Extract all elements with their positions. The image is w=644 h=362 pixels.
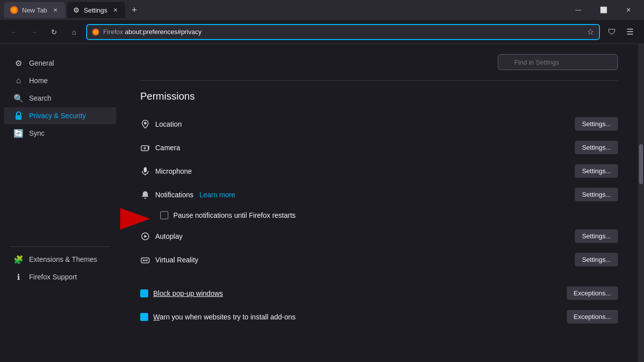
- extensions-icon: 🧩: [14, 255, 23, 264]
- permission-row-vr: Virtual Reality Settings...: [140, 248, 618, 271]
- sidebar-item-home-label: Home: [29, 77, 48, 85]
- privacy-icon: [14, 111, 23, 120]
- find-container: 🔍: [498, 54, 618, 70]
- firefox-icon: [92, 29, 99, 36]
- general-icon: ⚙: [14, 59, 23, 68]
- permissions-title: Permissions: [140, 91, 618, 102]
- minimize-button[interactable]: —: [567, 2, 590, 18]
- tab-settings[interactable]: ⚙ Settings ✕: [67, 2, 125, 18]
- svg-rect-5: [144, 167, 147, 172]
- notifications-settings-button[interactable]: Settings...: [575, 188, 618, 201]
- sidebar-item-privacy[interactable]: Privacy & Security: [4, 107, 116, 124]
- bookmark-star-icon[interactable]: ☆: [587, 27, 594, 37]
- toolbar: ← → ↻ ⌂ Firefox about:preferences#privac…: [0, 20, 644, 44]
- pause-notifications-row: Pause notifications until Firefox restar…: [140, 206, 618, 224]
- sidebar-item-extensions-label: Extensions & Themes: [29, 255, 97, 263]
- find-settings-input[interactable]: [498, 54, 618, 70]
- warn-addons-text: arn you when websites try to install add…: [160, 313, 296, 321]
- toolbar-right-buttons: 🛡 ☰: [604, 24, 638, 40]
- block-popups-checkbox[interactable]: [140, 289, 148, 297]
- svg-point-1: [144, 122, 147, 124]
- notifications-learn-more-link[interactable]: Learn more: [199, 191, 235, 199]
- location-icon: [140, 119, 150, 129]
- find-bar: 🔍: [140, 54, 618, 70]
- sidebar-item-sync[interactable]: 🔄 Sync: [4, 125, 116, 142]
- tab-new-tab[interactable]: New Tab ✕: [4, 2, 65, 18]
- autoplay-settings-button[interactable]: Settings...: [575, 229, 618, 243]
- menu-button[interactable]: ☰: [622, 24, 638, 40]
- address-protocol: Firefox: [103, 28, 123, 36]
- vr-icon: [140, 255, 150, 265]
- block-popups-row: Block pop-up windows Exceptions...: [140, 281, 618, 305]
- vr-settings-button[interactable]: Settings...: [575, 253, 618, 266]
- notifications-icon: [140, 190, 150, 200]
- pause-notifications-label[interactable]: Pause notifications until Firefox restar…: [173, 211, 295, 219]
- sidebar-divider: [10, 246, 110, 247]
- microphone-settings-button[interactable]: Settings...: [575, 164, 618, 178]
- address-text: Firefox about:preferences#privacy: [103, 28, 583, 36]
- sidebar: ⚙ General ⌂ Home 🔍 Search Privacy & Secu…: [0, 44, 120, 362]
- scrollbar-track: [638, 44, 644, 362]
- camera-settings-button[interactable]: Settings...: [575, 141, 618, 154]
- autoplay-icon: [140, 231, 150, 241]
- warn-addons-checkbox[interactable]: [140, 313, 148, 321]
- location-label: Location: [155, 120, 570, 128]
- back-button[interactable]: ←: [6, 24, 22, 40]
- pause-notifications-checkbox[interactable]: [160, 211, 168, 219]
- permission-row-notifications: Notifications Learn more Settings...: [140, 183, 618, 206]
- sidebar-item-search[interactable]: 🔍 Search: [4, 90, 116, 107]
- search-icon: 🔍: [14, 94, 23, 103]
- home-button[interactable]: ⌂: [66, 24, 82, 40]
- window-controls: — ⬜ ✕: [567, 2, 640, 18]
- forward-button[interactable]: →: [26, 24, 42, 40]
- permission-row-camera: Camera Settings...: [140, 136, 618, 159]
- shield-icon[interactable]: 🛡: [604, 24, 620, 40]
- autoplay-label: Autoplay: [155, 232, 570, 240]
- sidebar-item-support-label: Firefox Support: [29, 273, 77, 281]
- camera-icon: [140, 143, 150, 153]
- sidebar-item-support[interactable]: ℹ Firefox Support: [4, 268, 116, 285]
- microphone-icon: [140, 166, 150, 176]
- permission-row-location: Location Settings...: [140, 112, 618, 136]
- block-popups-exceptions-button[interactable]: Exceptions...: [567, 286, 618, 300]
- camera-label: Camera: [155, 144, 570, 152]
- vr-label: Virtual Reality: [155, 256, 570, 264]
- maximize-button[interactable]: ⬜: [592, 2, 615, 18]
- location-settings-button[interactable]: Settings...: [575, 117, 618, 131]
- warn-addons-exceptions-button[interactable]: Exceptions...: [567, 310, 618, 323]
- sync-icon: 🔄: [14, 129, 23, 138]
- warn-addons-label[interactable]: Warn you when websites try to install ad…: [153, 313, 562, 321]
- svg-point-4: [144, 147, 146, 149]
- firefox-logo-icon: [10, 6, 18, 14]
- address-url: about:preferences#privacy: [125, 28, 201, 36]
- svg-rect-0: [16, 115, 22, 120]
- permission-row-autoplay: Autoplay Settings...: [140, 224, 618, 248]
- reload-button[interactable]: ↻: [46, 24, 62, 40]
- svg-point-13: [146, 259, 148, 261]
- svg-marker-10: [144, 235, 147, 238]
- permission-row-microphone: Microphone Settings...: [140, 159, 618, 183]
- notifications-label: Notifications Learn more: [155, 191, 570, 199]
- address-bar[interactable]: Firefox about:preferences#privacy ☆: [86, 24, 600, 40]
- scrollbar-thumb[interactable]: [639, 144, 643, 184]
- content-area: 🔍 Permissions Location Settings...: [120, 44, 638, 362]
- tab-close-settings[interactable]: ✕: [111, 6, 119, 14]
- sidebar-item-general[interactable]: ⚙ General: [4, 55, 116, 72]
- tab-new-tab-label: New Tab: [22, 7, 47, 14]
- main-container: ⚙ General ⌂ Home 🔍 Search Privacy & Secu…: [0, 44, 644, 362]
- tab-close-new-tab[interactable]: ✕: [51, 6, 59, 14]
- sidebar-item-search-label: Search: [29, 94, 51, 102]
- microphone-label: Microphone: [155, 167, 570, 175]
- svg-point-12: [143, 259, 145, 261]
- new-tab-button[interactable]: +: [127, 3, 141, 17]
- sidebar-item-sync-label: Sync: [29, 129, 45, 137]
- sidebar-item-home[interactable]: ⌂ Home: [4, 72, 116, 89]
- sidebar-item-extensions[interactable]: 🧩 Extensions & Themes: [4, 251, 116, 268]
- support-icon: ℹ: [14, 272, 23, 281]
- block-popups-label[interactable]: Block pop-up windows: [153, 289, 562, 297]
- tab-settings-label: Settings: [84, 7, 107, 14]
- home-icon: ⌂: [14, 76, 23, 85]
- warn-addons-row: Warn you when websites try to install ad…: [140, 305, 618, 328]
- sidebar-item-privacy-label: Privacy & Security: [29, 112, 86, 120]
- close-button[interactable]: ✕: [617, 2, 640, 18]
